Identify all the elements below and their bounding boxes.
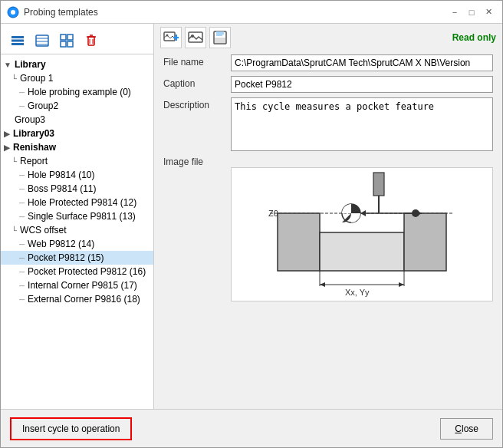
tree-item[interactable]: ─Group2 — [1, 99, 153, 113]
svg-rect-4 — [12, 43, 24, 45]
file-name-row: File name — [163, 54, 493, 71]
read-only-label: Read only — [452, 32, 496, 43]
insert-cycle-button[interactable]: Insert cycle to operation — [10, 417, 132, 440]
description-row: Description This cycle measures a pocket… — [163, 97, 493, 151]
svg-rect-25 — [216, 31, 222, 36]
tree-item[interactable]: ▼Library — [1, 58, 153, 71]
grid-button[interactable] — [56, 30, 77, 51]
svg-rect-10 — [67, 35, 73, 40]
svg-text:Xx, Yy: Xx, Yy — [345, 288, 370, 297]
tree-item-label: Pocket P9812 (15) — [28, 252, 104, 263]
svg-rect-12 — [67, 41, 73, 47]
maximize-button[interactable]: □ — [464, 5, 479, 20]
tree-item[interactable]: ▶Library03 — [1, 127, 153, 140]
svg-text:Z0: Z0 — [268, 209, 278, 218]
svg-rect-34 — [373, 173, 384, 196]
tree-item[interactable]: └Report — [1, 154, 153, 168]
svg-rect-27 — [215, 38, 225, 43]
diagram-container: Z0 — [231, 167, 493, 301]
tree-container: ▼Library└Group 1─Hole probing example (0… — [1, 58, 153, 306]
svg-rect-9 — [61, 35, 66, 40]
tree-item[interactable]: ─Hole probing example (0) — [1, 85, 153, 99]
tree-item-label: Single Surface P9811 (13) — [28, 211, 136, 222]
tree-item[interactable]: ─Internal Corner P9815 (17) — [1, 278, 153, 292]
tree-item-label: Hole probing example (0) — [28, 87, 131, 97]
delete-button[interactable] — [81, 30, 102, 51]
tree-expand-icon: ▶ — [4, 143, 10, 152]
left-toolbar — [1, 27, 153, 54]
tree-expand-icon: ─ — [19, 254, 25, 262]
svg-rect-32 — [320, 232, 404, 271]
description-label: Description — [163, 97, 225, 110]
tree-item-label: Web P9812 (14) — [28, 239, 94, 249]
tree-item[interactable]: ─Boss P9814 (11) — [1, 182, 153, 196]
tree-item[interactable]: └Group 1 — [1, 71, 153, 85]
tree-expand-icon: └ — [12, 157, 17, 166]
tree-item[interactable]: └WCS offset — [1, 223, 153, 237]
tree-expand-icon: └ — [12, 74, 17, 83]
close-window-button[interactable]: ✕ — [481, 5, 496, 20]
title-text: Probing templates — [24, 7, 98, 18]
tree-expand-icon: ─ — [19, 268, 25, 276]
list-button[interactable] — [31, 30, 53, 51]
tree-expand-icon: ▼ — [4, 61, 12, 69]
tree-item-label: Internal Corner P9815 (17) — [28, 280, 137, 291]
tree-item-label: Library03 — [13, 128, 54, 139]
tree-item[interactable]: ─Single Surface P9811 (13) — [1, 209, 153, 223]
bottom-bar: Insert cycle to operation Close — [1, 409, 502, 447]
tree-item[interactable]: Group3 — [1, 113, 153, 127]
tree-item[interactable]: ─Hole Protected P9814 (12) — [1, 196, 153, 209]
title-bar-left: Probing templates — [7, 6, 98, 18]
caption-input[interactable] — [231, 76, 493, 93]
tree-item-label: Group2 — [28, 100, 58, 111]
tree-expand-icon: ─ — [19, 199, 25, 207]
image-section: Image file Z0 — [154, 151, 502, 301]
svg-rect-26 — [222, 31, 224, 35]
save-button[interactable] — [209, 27, 231, 48]
tree-item[interactable]: ─Pocket Protected P9812 (16) — [1, 265, 153, 278]
pocket-diagram: Z0 — [255, 171, 469, 298]
file-name-label: File name — [163, 54, 225, 68]
tree-item[interactable]: ─Hole P9814 (10) — [1, 168, 153, 182]
tree-item-label: External Corner P9816 (18) — [28, 294, 140, 305]
caption-row: Caption — [163, 76, 493, 93]
tree-expand-icon: ─ — [19, 295, 25, 304]
form-area: File name Caption Description This cycle… — [154, 51, 502, 151]
minimize-button[interactable]: − — [447, 5, 462, 20]
tree-item[interactable]: ▶Renishaw — [1, 140, 153, 154]
svg-rect-31 — [278, 213, 320, 271]
tree-expand-icon: ▶ — [4, 130, 10, 138]
tree-expand-icon: └ — [12, 226, 17, 235]
title-bar: Probing templates − □ ✕ — [1, 1, 502, 24]
tree-item[interactable]: ─External Corner P9816 (18) — [1, 292, 153, 306]
tree-item-label: Group 1 — [20, 73, 53, 84]
tree-item-label: WCS offset — [20, 225, 66, 236]
tree-expand-icon: ─ — [19, 88, 25, 97]
close-label-rest: lose — [462, 423, 478, 434]
caption-label: Caption — [163, 76, 225, 89]
tree-expand-icon: ─ — [19, 102, 25, 110]
tree-item-label: Hole Protected P9814 (12) — [28, 197, 136, 208]
svg-rect-3 — [12, 39, 24, 41]
image-add-button[interactable] — [160, 27, 182, 48]
tree-item-label: Hole P9814 (10) — [28, 170, 94, 180]
svg-rect-2 — [12, 36, 24, 38]
description-textarea[interactable]: This cycle measures a pocket feature — [231, 97, 493, 151]
file-name-input[interactable] — [231, 54, 493, 71]
layers-button[interactable] — [7, 30, 28, 51]
right-toolbar: Read only — [154, 24, 502, 51]
tree-item-label: Renishaw — [13, 142, 56, 153]
tree-item[interactable]: ─Web P9812 (14) — [1, 237, 153, 251]
tree-item[interactable]: ─Pocket P9812 (15) — [1, 251, 153, 265]
tree-item-label: Boss P9814 (11) — [28, 183, 96, 194]
main-window: Probing templates − □ ✕ — [0, 0, 503, 448]
close-button[interactable]: Close — [440, 418, 493, 440]
tree-expand-icon: ─ — [19, 212, 25, 221]
svg-rect-13 — [88, 37, 94, 45]
tree-expand-icon: ─ — [19, 240, 25, 249]
tree-item-label: Group3 — [15, 114, 45, 125]
image-file-label: Image file — [163, 154, 225, 167]
image-button[interactable] — [185, 27, 206, 48]
svg-point-1 — [11, 10, 15, 15]
svg-rect-11 — [61, 41, 66, 47]
